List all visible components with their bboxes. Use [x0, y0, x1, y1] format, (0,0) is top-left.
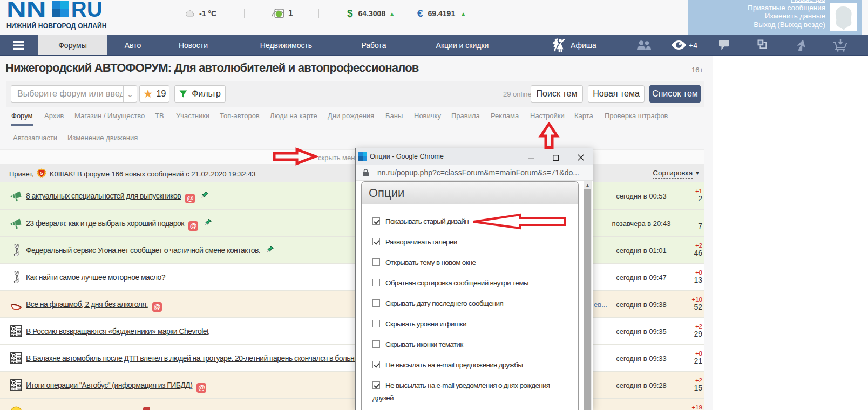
svg-text:5: 5	[40, 170, 43, 176]
